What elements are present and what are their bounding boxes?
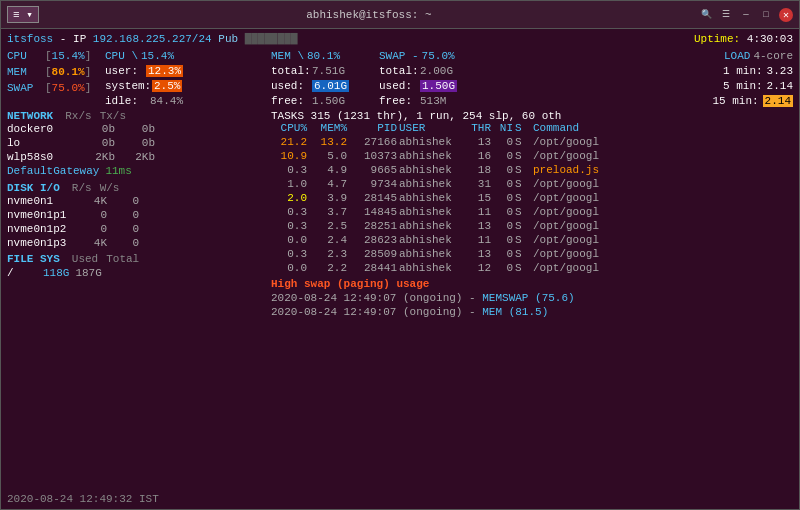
load-header-row: LOAD 4-core [683,48,793,63]
task-s: S [515,220,531,232]
mem-free-label: free: [271,95,309,107]
mem-free-val: 1.50G [312,95,345,107]
notif-row: 2020-08-24 12:49:07 (ongoing) - MEMSWAP … [271,292,793,306]
task-user: abhishek [399,206,461,218]
menu-button[interactable]: ≡ ▾ [7,6,39,23]
task-cmd: /opt/googl [533,150,793,162]
bottom-bar: 2020-08-24 12:49:32 IST [7,489,265,505]
terminal-body: itsfoss - IP 192.168.225.227/24 Pub ████… [1,29,799,509]
task-rows: 21.2 13.2 27166 abhishek 13 0 S /opt/goo… [271,135,793,275]
cpu-header-pct: 15.4% [141,50,174,62]
disk-r: 4K [79,195,107,207]
load-1min-label: 1 min: [723,65,763,77]
disk-r-label: R/s [72,182,92,194]
cpu-system-val: 2.5% [152,80,182,92]
mem-header-pct: 80.1% [307,50,340,62]
total-label: Total [106,253,139,265]
load-1min-val: 3.23 [767,65,793,77]
network-section: NETWORK Rx/s Tx/s docker00b0blo0b0bwlp58… [7,110,265,178]
metric-labels: CPU [ 15.4% ] MEM [ 80.1% ] SWAP [7,48,97,108]
terminal-window: ≡ ▾ abhishek@itsfoss: ~ 🔍 ☰ ─ □ ✕ itsfos… [0,0,800,510]
cpu-header-row: CPU \ 15.4% [105,48,183,63]
disk-r: 0 [79,209,107,221]
maximize-button[interactable]: □ [759,8,773,22]
task-cmd: /opt/googl [533,178,793,190]
swap-total-val: 2.00G [420,65,453,77]
col-cpu-header: CPU% [271,122,307,134]
notifications: High swap (paging) usage 2020-08-24 12:4… [271,278,793,320]
load-15min-val: 2.14 [763,95,793,107]
table-row: 0.0 2.4 28623 abhishek 11 0 S /opt/googl [271,233,793,247]
task-mem: 3.7 [309,206,347,218]
used-label: Used [72,253,98,265]
col-user-header: USER [399,122,461,134]
swap-free-row: free: 513M [379,93,479,108]
cpu-pct: 15.4% [52,50,85,62]
task-pid: 28509 [349,248,397,260]
filesys-row: /118G187G [7,265,265,280]
disk-iface: nvme0n1p2 [7,223,75,235]
task-cmd: /opt/googl [533,206,793,218]
task-cmd: /opt/googl [533,220,793,232]
swap-pct: 75.0% [52,82,85,94]
ip-label: IP [73,33,86,45]
task-cpu: 0.3 [271,220,307,232]
close-button[interactable]: ✕ [779,8,793,22]
right-column: MEM \ 80.1% total: 7.51G used: 6.01G f [271,48,793,505]
task-mem: 5.0 [309,150,347,162]
swap-free-label: free: [379,95,417,107]
col-s-header: S [515,122,531,134]
top-bar: itsfoss - IP 192.168.225.227/24 Pub ████… [7,33,793,45]
load-15min-row: 15 min: 2.14 [683,93,793,108]
table-row: 21.2 13.2 27166 abhishek 13 0 S /opt/goo… [271,135,793,149]
main-content: CPU [ 15.4% ] MEM [ 80.1% ] SWAP [7,48,793,505]
cpu-user-row: user: 12.3% [105,63,183,78]
menu-icon-button[interactable]: ☰ [719,8,733,22]
task-user: abhishek [399,178,461,190]
mem-total-val: 7.51G [312,65,345,77]
mem-detail: MEM \ 80.1% total: 7.51G used: 6.01G f [271,48,371,108]
load-5min-val: 2.14 [767,80,793,92]
swap-used-row: used: 1.50G [379,78,479,93]
cpu-idle-val: 84.4% [150,95,183,107]
tasks-header: TASKS 315 (1231 thr), 1 run, 254 slp, 60… [271,110,793,122]
task-user: abhishek [399,192,461,204]
net-tx: 2Kb [119,151,155,163]
cpu-idle-label: idle: [105,95,147,107]
swap-header-pct: 75.0% [422,50,455,62]
uptime-label: Uptime: [694,33,740,45]
cpu-user-val: 12.3% [146,65,183,77]
disk-w: 0 [111,195,139,207]
table-row: 10.9 5.0 10373 abhishek 16 0 S /opt/goog… [271,149,793,163]
tasks-header-text: TASKS 315 (1231 thr), 1 run, 254 slp, 60… [271,110,561,122]
gateway-row: DefaultGateway 11ms [7,164,265,178]
table-row: 1.0 4.7 9734 abhishek 31 0 S /opt/googl [271,177,793,191]
task-s: S [515,234,531,246]
task-pid: 10373 [349,150,397,162]
task-s: S [515,136,531,148]
task-user: abhishek [399,150,461,162]
minimize-button[interactable]: ─ [739,8,753,22]
task-thr: 31 [463,178,491,190]
swap-label-row: SWAP [ 75.0% ] [7,80,97,96]
table-row: 0.0 2.2 28441 abhishek 12 0 S /opt/googl [271,261,793,275]
task-ni: 0 [493,192,513,204]
search-button[interactable]: 🔍 [699,8,713,22]
disk-table: nvme0n14K0nvme0n1p100nvme0n1p200nvme0n1p… [7,194,265,250]
task-ni: 0 [493,150,513,162]
task-mem: 2.2 [309,262,347,274]
swap-used-label: used: [379,80,417,92]
disk-w: 0 [111,209,139,221]
net-rx: 2Kb [79,151,115,163]
cpu-idle-row: idle: 84.4% [105,93,183,108]
swap-total-row: total: 2.00G [379,63,479,78]
load-cores: 4-core [753,50,793,62]
swap-used-val: 1.50G [420,80,457,92]
task-mem: 4.7 [309,178,347,190]
filesys-title: FILE SYS [7,253,60,265]
network-row: wlp58s02Kb2Kb [7,150,265,164]
fs-mount: / [7,267,37,279]
task-thr: 11 [463,206,491,218]
task-thr: 16 [463,150,491,162]
cpu-header: CPU \ [105,50,138,62]
